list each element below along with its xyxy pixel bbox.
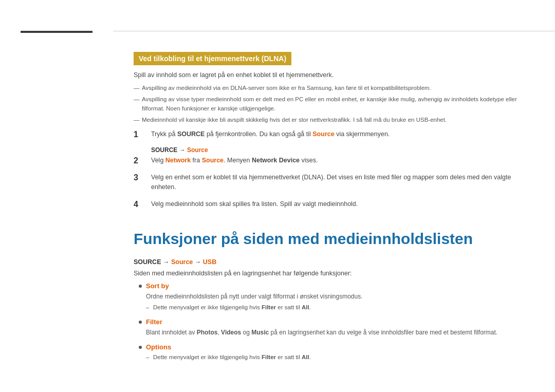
feature-filter: Filter Blant innholdet av Photos, Videos… bbox=[139, 318, 524, 337]
feature-sortby: Sort by Ordne medieinnholdslisten på nyt… bbox=[139, 282, 524, 312]
feature-sortby-desc: Ordne medieinnholdslisten på nytt under … bbox=[146, 292, 524, 301]
step-4: 4 Velg medieinnhold som skal spilles fra… bbox=[134, 199, 524, 209]
note-item: Medieinnhold vil kanskje ikke bli avspil… bbox=[134, 116, 524, 124]
steps-list: 1 Trykk på SOURCE på fjernkontrollen. Du… bbox=[134, 129, 524, 209]
step-number-3: 3 bbox=[134, 173, 148, 182]
bullet-icon bbox=[139, 285, 142, 288]
feature-filter-name: Filter bbox=[139, 318, 524, 326]
section-intro: Spill av innhold som er lagret på en enh… bbox=[134, 71, 524, 79]
bullet-icon bbox=[139, 321, 142, 324]
page: Ved tilkobling til et hjemmenettverk (DL… bbox=[0, 0, 555, 392]
dlna-section: Ved tilkobling til et hjemmenettverk (DL… bbox=[134, 52, 524, 209]
feature-sortby-note: Dette menyvalget er ikke tilgjengelig hv… bbox=[153, 303, 524, 312]
feature-options: Options Dette menyvalget er ikke tilgjen… bbox=[139, 343, 524, 362]
sidebar-bar bbox=[21, 31, 92, 33]
note-item: Avspilling av visse typer medieinnhold s… bbox=[134, 95, 524, 113]
feature-sortby-name: Sort by bbox=[139, 282, 524, 290]
feature-options-note: Dette menyvalget er ikke tilgjengelig hv… bbox=[153, 353, 524, 362]
feature-filter-desc: Blant innholdet av Photos, Videos og Mus… bbox=[146, 328, 524, 337]
source-line-1: SOURCE → Source bbox=[151, 146, 524, 154]
features-section: Funksjoner på siden med medieinnholdslis… bbox=[134, 230, 524, 362]
step-number-4: 4 bbox=[134, 199, 148, 209]
source-usb: SOURCE → Source → USB bbox=[134, 258, 524, 266]
note-item: Avspilling av medieinnhold via en DLNA-s… bbox=[134, 84, 524, 92]
features-intro: Siden med medieinnholdslisten på en lagr… bbox=[134, 270, 524, 277]
bullet-icon bbox=[139, 346, 142, 349]
step-content-4: Velg medieinnhold som skal spilles fra l… bbox=[151, 199, 524, 209]
step-1: 1 Trykk på SOURCE på fjernkontrollen. Du… bbox=[134, 129, 524, 139]
step-content-2: Velg Network fra Source. Menyen Network … bbox=[151, 156, 524, 165]
step-2: 2 Velg Network fra Source. Menyen Networ… bbox=[134, 156, 524, 165]
step-number-1: 1 bbox=[134, 129, 148, 139]
main-content: Ved tilkobling til et hjemmenettverk (DL… bbox=[113, 31, 555, 392]
section-title: Ved tilkobling til et hjemmenettverk (DL… bbox=[134, 52, 291, 65]
sidebar bbox=[0, 0, 113, 392]
step-content-1: Trykk på SOURCE på fjernkontrollen. Du k… bbox=[151, 129, 524, 139]
step-3: 3 Velg en enhet som er koblet til via hj… bbox=[134, 173, 524, 192]
note-list: Avspilling av medieinnhold via en DLNA-s… bbox=[134, 84, 524, 124]
step-number-2: 2 bbox=[134, 156, 148, 165]
feature-list: Sort by Ordne medieinnholdslisten på nyt… bbox=[139, 282, 524, 362]
feature-options-name: Options bbox=[139, 343, 524, 351]
step-content-3: Velg en enhet som er koblet til via hjem… bbox=[151, 173, 524, 192]
big-heading: Funksjoner på siden med medieinnholdslis… bbox=[134, 230, 524, 248]
